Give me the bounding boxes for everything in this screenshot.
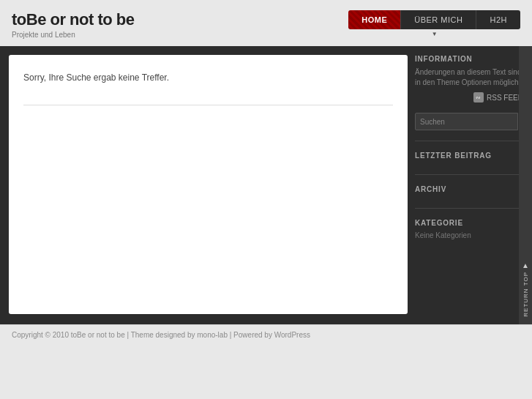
sidebar-information: INFORMATION Änderungen an diesem Text si… bbox=[415, 55, 523, 102]
no-results-message: Sorry, Ihre Suche ergab keine Treffer. bbox=[23, 72, 393, 83]
sidebar-kategorie: KATEGORIE Keine Kategorien bbox=[415, 219, 523, 239]
letzter-beitrag-title: LETZTER BEITRAG bbox=[415, 152, 523, 160]
sidebar-search: 🔍 bbox=[415, 113, 523, 130]
archiv-title: ARCHIV bbox=[415, 185, 523, 193]
sidebar-divider-2 bbox=[415, 174, 523, 175]
site-subtitle: Projekte und Leben bbox=[12, 31, 134, 39]
sidebar-letzter-beitrag: LETZTER BEITRAG bbox=[415, 152, 523, 164]
main-wrapper: Sorry, Ihre Suche ergab keine Treffer. I… bbox=[0, 46, 532, 324]
nav-item-ueber-mich[interactable]: Über mich bbox=[401, 10, 476, 29]
information-text: Änderungen an diesem Text sind in den Th… bbox=[415, 67, 523, 88]
nav-dropdown-arrow: ▼ bbox=[348, 31, 520, 37]
main-outer: Sorry, Ihre Suche ergab keine Treffer. I… bbox=[0, 46, 532, 324]
rss-icon: ∾ bbox=[473, 92, 484, 102]
sidebar-archiv: ARCHIV bbox=[415, 185, 523, 198]
information-title: INFORMATION bbox=[415, 55, 523, 63]
content-panel: Sorry, Ihre Suche ergab keine Treffer. bbox=[9, 55, 408, 314]
site-branding: toBe or not to be Projekte und Leben bbox=[12, 10, 134, 39]
main-nav: HOME Über mich H2H bbox=[348, 10, 520, 29]
sidebar-divider-1 bbox=[415, 141, 523, 141]
search-input[interactable] bbox=[415, 113, 518, 130]
content-divider bbox=[23, 105, 393, 105]
sidebar: INFORMATION Änderungen an diesem Text si… bbox=[415, 55, 523, 314]
rss-label: RSS FEED bbox=[487, 94, 523, 102]
site-title: toBe or not to be bbox=[12, 10, 134, 29]
nav-item-home[interactable]: HOME bbox=[348, 10, 401, 29]
nav-item-h2h[interactable]: H2H bbox=[476, 10, 520, 29]
nav-wrapper: HOME Über mich H2H ▼ bbox=[348, 10, 520, 37]
footer: Copyright © 2010 toBe or not to be | The… bbox=[0, 324, 532, 345]
sidebar-divider-3 bbox=[415, 208, 523, 209]
search-wrapper: 🔍 bbox=[415, 113, 523, 130]
header: toBe or not to be Projekte und Leben HOM… bbox=[0, 0, 532, 46]
kategorie-title: KATEGORIE bbox=[415, 219, 523, 227]
return-top-label: RETURN TOP bbox=[522, 272, 529, 317]
rss-feed-link[interactable]: ∾ RSS FEED bbox=[415, 92, 523, 102]
kategorie-empty: Keine Kategorien bbox=[415, 231, 523, 239]
return-top-container[interactable]: ▲ RETURN TOP bbox=[519, 46, 532, 324]
return-top-arrow-icon: ▲ bbox=[522, 261, 529, 269]
footer-text: Copyright © 2010 toBe or not to be | The… bbox=[12, 331, 310, 339]
